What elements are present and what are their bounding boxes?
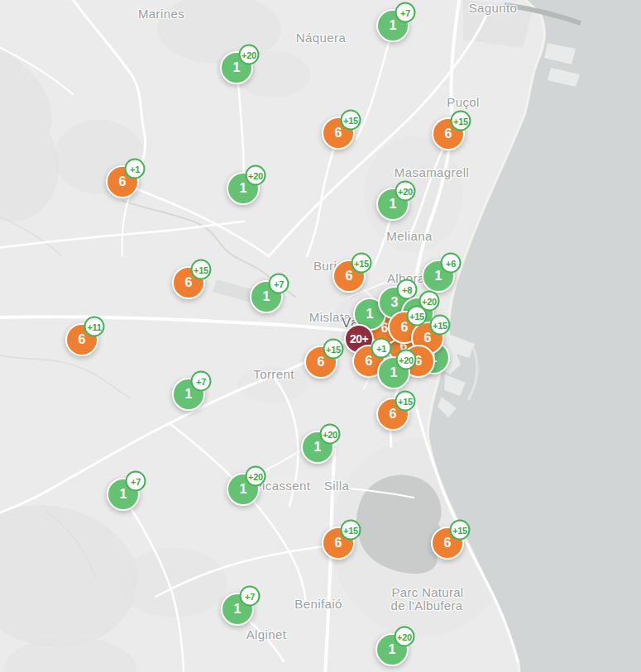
marker-plus-badge[interactable]: +6 [441, 253, 462, 274]
marker-plus-badge[interactable]: +1 [125, 159, 146, 179]
marker-plus-badge[interactable]: +20 [239, 45, 260, 65]
marker-plus-badge[interactable]: +7 [240, 586, 261, 607]
marker-plus-badge[interactable]: +7 [191, 371, 212, 392]
marker-plus-badge[interactable]: +20 [395, 627, 415, 647]
marker-plus-badge[interactable]: +15 [450, 520, 471, 541]
marker-plus-badge[interactable]: +20 [246, 466, 266, 487]
marker-plus-badge[interactable]: +15 [323, 339, 344, 360]
marker-plus-badge[interactable]: +1 [371, 338, 392, 359]
marker-plus-badge[interactable]: +7 [395, 2, 416, 23]
marker-plus-badge[interactable]: +20 [396, 350, 417, 370]
map-viewport[interactable]: MarinesNáqueraSaguntoPuçolMasamagrellMel… [0, 0, 641, 672]
marker-plus-badge[interactable]: +11 [84, 317, 105, 337]
marker-plus-badge[interactable]: +15 [352, 253, 372, 274]
marker-plus-badge[interactable]: +15 [451, 111, 471, 131]
marker-plus-badge[interactable]: +20 [395, 181, 416, 202]
marker-plus-badge[interactable]: +15 [430, 315, 451, 336]
marker-plus-badge[interactable]: +15 [341, 110, 361, 131]
marker-plus-badge[interactable]: +20 [246, 165, 266, 186]
marker-plus-badge[interactable]: +7 [126, 471, 146, 492]
marker-plus-badge[interactable]: +20 [320, 424, 341, 445]
marker-plus-badge[interactable]: +7 [269, 274, 289, 294]
marker-plus-badge[interactable]: +15 [341, 520, 361, 541]
marker-plus-badge[interactable]: +15 [395, 391, 416, 412]
marker-plus-badge[interactable]: +15 [191, 260, 212, 280]
marker-plus-badge[interactable]: +15 [407, 306, 428, 326]
markers-layer: 1+71+206+156+156+11+201+206+151+76+111+7… [0, 0, 641, 672]
